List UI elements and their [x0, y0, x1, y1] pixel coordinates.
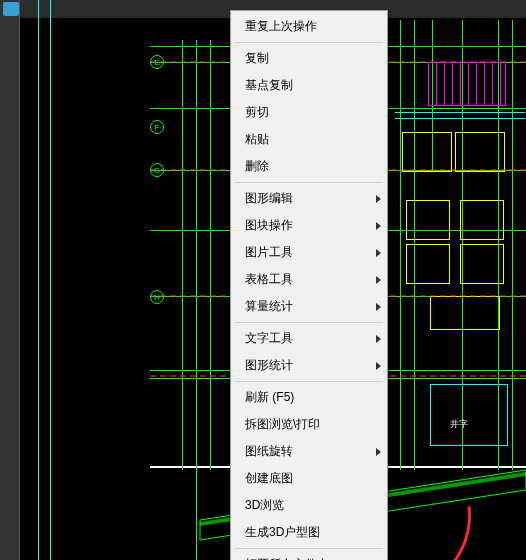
- menu-item[interactable]: 刷新 (F5): [231, 384, 387, 411]
- menu-item[interactable]: 基点复制: [231, 72, 387, 99]
- menu-item[interactable]: 生成3D户型图: [231, 519, 387, 546]
- menu-item[interactable]: 3D浏览: [231, 492, 387, 519]
- menu-item[interactable]: 算量统计: [231, 293, 387, 320]
- cad-room: [402, 132, 452, 172]
- cad-line: [38, 0, 39, 560]
- menu-separator: [235, 42, 383, 43]
- menu-item[interactable]: 文字工具: [231, 325, 387, 352]
- menu-item[interactable]: 拆图浏览\打印: [231, 411, 387, 438]
- menu-item[interactable]: 图形编辑: [231, 185, 387, 212]
- submenu-arrow-icon: [376, 276, 381, 284]
- cad-line: [395, 112, 525, 113]
- cad-room: [460, 200, 504, 240]
- submenu-arrow-icon: [376, 335, 381, 343]
- menu-item[interactable]: 重复上次操作: [231, 13, 387, 40]
- context-menu: 重复上次操作复制基点复制剪切粘贴删除图形编辑图块操作图片工具表格工具算量统计文字…: [230, 10, 388, 560]
- cad-line: [500, 62, 501, 106]
- menu-item[interactable]: 创建底图: [231, 465, 387, 492]
- menu-item[interactable]: 图片工具: [231, 239, 387, 266]
- grid-label: F: [150, 120, 164, 134]
- submenu-arrow-icon: [376, 303, 381, 311]
- menu-item[interactable]: 图纸旋转: [231, 438, 387, 465]
- cad-line: [50, 0, 51, 560]
- cad-line: [395, 118, 525, 119]
- menu-item[interactable]: 复制: [231, 45, 387, 72]
- submenu-arrow-icon: [376, 362, 381, 370]
- cad-line: [476, 62, 477, 106]
- submenu-arrow-icon: [376, 249, 381, 257]
- submenu-arrow-icon: [376, 222, 381, 230]
- cad-box: [430, 384, 508, 446]
- cad-line: [492, 62, 493, 106]
- cad-line: [400, 20, 401, 470]
- cad-line: [182, 40, 183, 470]
- grid-label: E: [150, 55, 164, 69]
- menu-separator: [235, 381, 383, 382]
- menu-item[interactable]: 图形统计: [231, 352, 387, 379]
- cad-line: [436, 62, 437, 106]
- cad-line: [468, 62, 469, 106]
- grid-label: G: [150, 163, 164, 177]
- cad-line: [452, 62, 453, 106]
- menu-item[interactable]: 删除: [231, 153, 387, 180]
- cad-line: [196, 40, 197, 560]
- cad-room: [406, 200, 450, 240]
- menu-separator: [235, 322, 383, 323]
- cad-room: [406, 244, 450, 284]
- cad-line: [460, 62, 461, 106]
- menu-separator: [235, 182, 383, 183]
- cad-canvas[interactable]: 井字 E F G H 重复上次操作复制基点复制剪切粘贴删除图形编辑图块操作图片工…: [0, 0, 526, 560]
- menu-item[interactable]: 图块操作: [231, 212, 387, 239]
- ruler-left: [0, 0, 20, 560]
- cad-line: [444, 62, 445, 106]
- submenu-arrow-icon: [376, 195, 381, 203]
- cad-line: [484, 62, 485, 106]
- menu-separator: [235, 548, 383, 549]
- cad-stairs: [428, 62, 506, 106]
- submenu-arrow-icon: [376, 448, 381, 456]
- cad-text-label: 井字: [450, 418, 468, 431]
- cad-room: [460, 244, 504, 284]
- menu-item[interactable]: 粘贴: [231, 126, 387, 153]
- cad-line: [210, 40, 211, 470]
- cad-room: [430, 296, 500, 330]
- cad-room: [455, 132, 505, 172]
- menu-item[interactable]: 剪切: [231, 99, 387, 126]
- menu-item[interactable]: 打开所在文件夹: [231, 551, 387, 560]
- cad-line: [512, 20, 513, 470]
- menu-item[interactable]: 表格工具: [231, 266, 387, 293]
- ruler-tab-icon: [3, 2, 19, 16]
- grid-label: H: [150, 290, 164, 304]
